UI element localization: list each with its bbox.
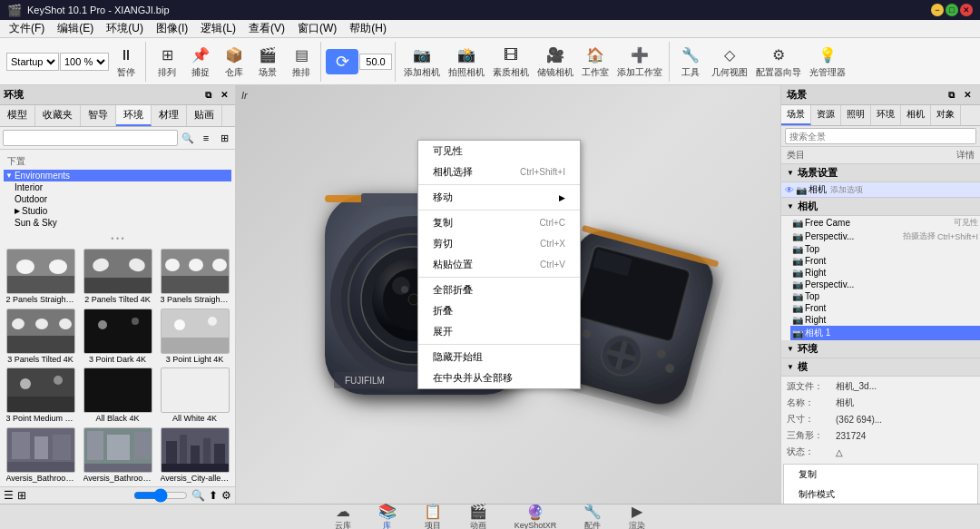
thumb-city[interactable]: Aversis_City-alley-old_3k: [158, 427, 231, 484]
nav-library[interactable]: 📚 库: [378, 503, 397, 530]
thumb-3point-light[interactable]: 3 Point Light 4K: [158, 309, 231, 365]
toolbar-tools-btn[interactable]: 🔧 工具: [674, 43, 707, 81]
menu-help[interactable]: 帮助(H): [344, 20, 392, 37]
startup-dropdown[interactable]: Startup: [6, 53, 59, 71]
thumb-2panels-tilted[interactable]: 2 Panels Tilted 4K: [81, 249, 154, 305]
camera-front1[interactable]: 📷 Front: [790, 255, 980, 267]
ctx-camera-select[interactable]: 相机选择 Ctrl+Shift+I: [418, 162, 580, 182]
toolbar-light-btn[interactable]: 💡 光管理器: [806, 43, 849, 81]
menu-image[interactable]: 图像(I): [151, 20, 193, 37]
grid-view-icon[interactable]: ⊞: [216, 130, 232, 146]
list-view-icon[interactable]: ≡: [198, 130, 214, 146]
tree-item-interior[interactable]: Interior: [13, 181, 231, 193]
thumb-bathroom1[interactable]: Aversis_Bathroom_3k: [4, 427, 77, 484]
right-tab-camera[interactable]: 相机: [901, 105, 931, 125]
nav-accessories[interactable]: 🔧 配件: [583, 503, 602, 530]
right-tab-env[interactable]: 环境: [871, 105, 901, 125]
zoom-slider[interactable]: [133, 490, 188, 501]
toolbar-store-btn[interactable]: 🎥 储镜相机: [534, 43, 577, 81]
rctx-copy[interactable]: 复制: [784, 465, 977, 485]
camera-front2[interactable]: 📷 Front: [790, 302, 980, 314]
right-tab-lighting[interactable]: 照明: [841, 105, 871, 125]
toolbar-scene-btn[interactable]: 🎬 场景: [251, 43, 284, 81]
toolbar-add-camera-btn[interactable]: 📷 添加相机: [400, 43, 444, 81]
tab-model[interactable]: 模型: [0, 105, 35, 126]
toolbar-warehouse-btn[interactable]: 📦 仓库: [218, 43, 250, 81]
nav-render[interactable]: ▶ 渲染: [629, 503, 645, 530]
right-panel-detach-btn[interactable]: ⧉: [944, 88, 958, 103]
toolbar-add-studio-btn[interactable]: ➕ 添加工作室: [613, 43, 666, 81]
toolbar-arrange-btn[interactable]: ⊞ 排列: [151, 43, 183, 81]
tree-item-environments[interactable]: Environments: [4, 170, 231, 181]
nav-animation[interactable]: 🎬 动画: [469, 503, 487, 530]
tab-sticker[interactable]: 贴画: [187, 105, 222, 126]
toolbar-geo-btn[interactable]: ◇ 几何视图: [708, 43, 751, 81]
nav-keyshot-xr[interactable]: 🔮 KeyShotXR: [514, 504, 557, 529]
ctx-collapse-all[interactable]: 全部折叠: [418, 279, 580, 300]
tree-item-outdoor[interactable]: Outdoor: [13, 193, 231, 205]
ctx-hide-start-group[interactable]: 隐藏开始组: [418, 347, 580, 367]
right-tab-scene[interactable]: 场景: [781, 105, 811, 125]
toolbar-pause-btn[interactable]: ⏸ 暂停: [110, 43, 142, 81]
toolbar-snap-btn[interactable]: 📌 捕捉: [184, 43, 217, 81]
thumb-all-black[interactable]: All Black 4K: [81, 367, 154, 424]
nav-cloud[interactable]: ☁ 云库: [335, 503, 351, 530]
camera-right2[interactable]: 📷 Right: [790, 314, 980, 326]
right-tab-resource[interactable]: 资源: [811, 105, 841, 125]
tab-favorites[interactable]: 收藏夹: [35, 105, 81, 126]
thumb-2panels-straight[interactable]: 2 Panels Straight 4K: [4, 249, 77, 305]
menu-env[interactable]: 环境(U): [101, 20, 149, 37]
fps-input[interactable]: [359, 54, 392, 70]
toolbar-config-btn[interactable]: ⚙ 配置器向导: [752, 43, 805, 81]
zoom-in-icon[interactable]: 🔍: [191, 489, 205, 502]
ctx-move[interactable]: 移动 ▶: [418, 187, 580, 208]
section-environment[interactable]: 环境: [781, 340, 980, 358]
section-model[interactable]: 模: [781, 358, 980, 377]
active-render-btn[interactable]: ⟳: [326, 49, 358, 74]
zoom-dropdown[interactable]: 100 %: [60, 53, 109, 71]
ctx-visibility[interactable]: 可见性: [418, 141, 580, 162]
ctx-paste[interactable]: 粘贴位置 Ctrl+V: [418, 254, 580, 275]
minimize-button[interactable]: −: [931, 4, 944, 16]
camera-persp2[interactable]: 📷 Perspectiv...: [790, 279, 980, 290]
tab-material[interactable]: 材理: [152, 105, 187, 126]
ctx-expand[interactable]: 展开: [418, 321, 580, 342]
ctx-copy[interactable]: 复制 Ctrl+C: [418, 212, 580, 233]
menu-file[interactable]: 文件(F): [4, 20, 50, 37]
thumb-3point-medium[interactable]: 3 Point Medium 4K: [4, 367, 77, 424]
right-search-input[interactable]: [785, 128, 976, 144]
rctx-make-mode[interactable]: 制作模式: [784, 485, 977, 504]
right-panel-close-btn[interactable]: ✕: [960, 88, 975, 103]
maximize-button[interactable]: □: [946, 4, 958, 16]
grid-view-toggle[interactable]: ⊞: [17, 489, 26, 502]
tab-environment[interactable]: 环境: [116, 105, 152, 126]
toolbar-studio-btn[interactable]: 🏠 工作室: [578, 43, 612, 81]
toolbar-photo-btn[interactable]: 📸 拍照相机: [445, 43, 488, 81]
toolbar-push-btn[interactable]: ▤ 推排: [285, 43, 318, 81]
camera-top2[interactable]: 📷 Top: [790, 290, 980, 302]
menu-view[interactable]: 查看(V): [243, 20, 290, 37]
search-input[interactable]: [3, 130, 178, 146]
ctx-center-all[interactable]: 在中央并从全部移: [418, 367, 580, 388]
close-button[interactable]: ✕: [960, 4, 973, 16]
menu-window[interactable]: 窗口(W): [292, 20, 342, 37]
camera-persp1[interactable]: 📷 Perspectiv... 拍摄选择 Ctrl+Shift+I: [790, 230, 980, 243]
panel-close-btn[interactable]: ✕: [217, 88, 231, 103]
camera-right1[interactable]: 📷 Right: [790, 267, 980, 279]
ctx-cut[interactable]: 剪切 Ctrl+X: [418, 233, 580, 254]
menu-edit[interactable]: 编辑(E): [52, 20, 99, 37]
thumb-all-white[interactable]: All White 4K: [158, 367, 231, 424]
panel-detach-btn[interactable]: ⧉: [201, 88, 215, 103]
camera-selected-row[interactable]: 👁 📷 相机 添加选项: [781, 182, 980, 198]
thumb-3panels-tilted[interactable]: 3 Panels Tilted 4K: [4, 309, 77, 365]
tree-item-sunsky[interactable]: Sun & Sky: [13, 217, 231, 229]
list-view-toggle[interactable]: ☰: [4, 489, 14, 502]
thumb-3point-dark[interactable]: 3 Point Dark 4K: [81, 309, 154, 365]
search-icon[interactable]: 🔍: [180, 130, 196, 146]
thumb-bathroom2[interactable]: Aversis_Bathroom_3k: [81, 427, 154, 484]
menu-logic[interactable]: 逻辑(L): [195, 20, 241, 37]
thumb-3panels-straight[interactable]: 3 Panels Straight 4K: [158, 249, 231, 305]
nav-project[interactable]: 📋 项目: [424, 503, 442, 530]
section-scene-settings[interactable]: 场景设置: [781, 164, 980, 182]
settings-icon[interactable]: ⚙: [221, 489, 231, 502]
